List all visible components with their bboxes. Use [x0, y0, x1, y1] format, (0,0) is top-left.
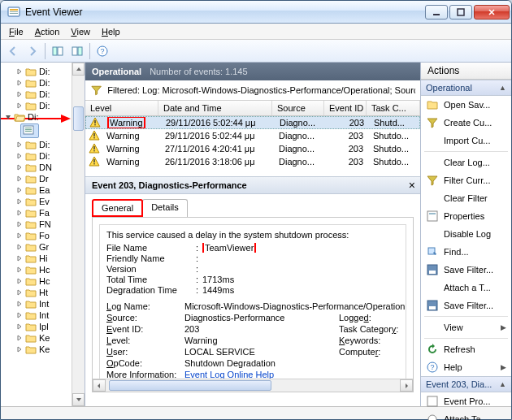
menu-action[interactable]: Action [30, 25, 65, 38]
svg-rect-1 [10, 9, 18, 11]
log-name-heading: Operational [92, 67, 141, 76]
forward-button[interactable] [24, 42, 41, 60]
svg-rect-16 [25, 129, 32, 130]
svg-rect-25 [93, 163, 94, 164]
folder-open-icon [426, 98, 439, 111]
back-button[interactable] [4, 42, 22, 60]
col-eventid[interactable]: Event ID [324, 101, 367, 115]
svg-rect-23 [93, 150, 94, 151]
action-event-properties[interactable]: Event Pro... [421, 392, 511, 410]
actions-pane: Actions Operational▲ Open Sav... Create … [420, 63, 511, 406]
action-save-filter[interactable]: Save Filter... [421, 261, 511, 279]
close-button[interactable] [474, 5, 510, 19]
event-message: This service caused a delay in the syste… [106, 230, 399, 240]
grid-body[interactable]: Warning 29/11/2016 5:02:44 μμ Diagno... … [85, 116, 420, 176]
action-refresh[interactable]: Refresh [421, 340, 511, 358]
svg-point-37 [428, 415, 436, 420]
maximize-button[interactable] [449, 5, 472, 19]
menu-view[interactable]: View [66, 25, 95, 38]
titlebar[interactable]: Event Viewer [1, 1, 511, 24]
folder-icon [25, 78, 37, 88]
action-view[interactable]: View▶ [421, 318, 511, 336]
center-pane: Operational Number of events: 1.145 Filt… [85, 63, 420, 406]
tab-details[interactable]: Details [142, 199, 188, 217]
action-section-operational[interactable]: Operational▲ [421, 80, 511, 96]
help-icon: ? [426, 361, 439, 374]
close-detail-button[interactable]: × [409, 179, 415, 192]
detail-body: This service caused a delay in the syste… [92, 217, 414, 392]
action-clear-log[interactable]: Clear Log... [421, 154, 511, 171]
show-hide-action-button[interactable] [68, 42, 86, 60]
action-attach-task[interactable]: Attach a T... [421, 279, 511, 297]
window-frame: Event Viewer File Action View Help ? Di:… [0, 0, 512, 420]
action-filter-current[interactable]: Filter Curr... [421, 171, 511, 189]
app-icon [7, 6, 20, 19]
svg-rect-18 [94, 120, 95, 123]
show-hide-tree-button[interactable] [49, 42, 67, 60]
svg-rect-31 [429, 271, 436, 274]
menubar: File Action View Help [1, 24, 511, 40]
log-icon [23, 125, 34, 135]
svg-rect-20 [93, 133, 94, 136]
find-icon [426, 245, 439, 258]
action-import-custom[interactable]: Import Cu... [421, 132, 511, 149]
svg-rect-6 [53, 47, 57, 55]
svg-rect-19 [94, 124, 95, 125]
warning-icon [89, 117, 101, 128]
svg-rect-26 [427, 211, 437, 221]
filter-new-icon [426, 116, 439, 129]
action-attach-task2[interactable]: Attach Ta... [421, 410, 511, 420]
detail-hscroll[interactable] [93, 379, 413, 392]
refresh-icon [426, 343, 439, 356]
filter-icon [90, 84, 102, 97]
action-save-filter2[interactable]: Save Filter... [421, 297, 511, 314]
events-grid: Level Date and Time Source Event ID Task… [85, 101, 420, 176]
svg-rect-22 [93, 146, 94, 149]
filter-icon [426, 174, 439, 187]
properties-icon [426, 395, 439, 408]
col-level[interactable]: Level [85, 101, 158, 115]
col-source[interactable]: Source [272, 101, 324, 115]
tab-general[interactable]: General [92, 199, 143, 217]
grid-header[interactable]: Level Date and Time Source Event ID Task… [85, 101, 420, 116]
action-properties[interactable]: Properties [421, 207, 511, 225]
save-icon [426, 299, 439, 312]
event-row[interactable]: Warning 27/11/2016 4:20:41 μμ Diagno... … [85, 142, 420, 155]
attach-icon [426, 413, 439, 420]
svg-rect-3 [10, 13, 18, 14]
svg-rect-27 [429, 213, 436, 214]
svg-rect-24 [93, 159, 94, 162]
warning-icon [89, 130, 100, 141]
minimize-button[interactable] [425, 5, 448, 19]
save-icon [426, 263, 439, 276]
file-name-value: TeamViewer [202, 243, 256, 253]
help-button[interactable]: ? [93, 42, 111, 60]
col-task[interactable]: Task C... [367, 101, 420, 115]
filter-summary: Filtered: Log: Microsoft-Windows-Diagnos… [85, 80, 420, 101]
event-row[interactable]: Warning 29/11/2016 5:02:44 μμ Diagno... … [85, 116, 420, 129]
action-find[interactable]: Find... [421, 243, 511, 261]
menu-file[interactable]: File [4, 25, 28, 38]
folder-icon [25, 67, 37, 76]
warning-icon [89, 143, 100, 154]
tree-scrollbar[interactable] [72, 63, 85, 406]
svg-rect-33 [429, 306, 436, 310]
action-clear-filter[interactable]: Clear Filter [421, 189, 511, 207]
event-row[interactable]: Warning 29/11/2016 5:02:44 μμ Diagno... … [85, 129, 420, 142]
svg-rect-5 [458, 9, 464, 15]
menu-help[interactable]: Help [97, 25, 125, 38]
svg-rect-17 [25, 131, 32, 132]
warning-icon [89, 156, 100, 167]
col-date[interactable]: Date and Time [158, 101, 272, 115]
detail-header: Event 203, Diagnostics-Performance × [85, 176, 420, 194]
action-disable-log[interactable]: Disable Log [421, 225, 511, 243]
event-row[interactable]: Warning 26/11/2016 3:18:06 μμ Diagno... … [85, 155, 420, 168]
action-open-saved[interactable]: Open Sav... [421, 96, 511, 114]
folder-icon [25, 89, 37, 99]
tree-pane[interactable]: Di: Di: Di: Di: Di: Di: Di: DN Dr Ea Ev … [1, 63, 85, 406]
action-help[interactable]: ?Help▶ [421, 358, 511, 376]
properties-icon [426, 210, 439, 223]
action-create-custom[interactable]: Create Cu... [421, 114, 511, 132]
svg-rect-2 [10, 11, 18, 12]
action-section-event[interactable]: Event 203, Dia...▲ [421, 376, 511, 392]
